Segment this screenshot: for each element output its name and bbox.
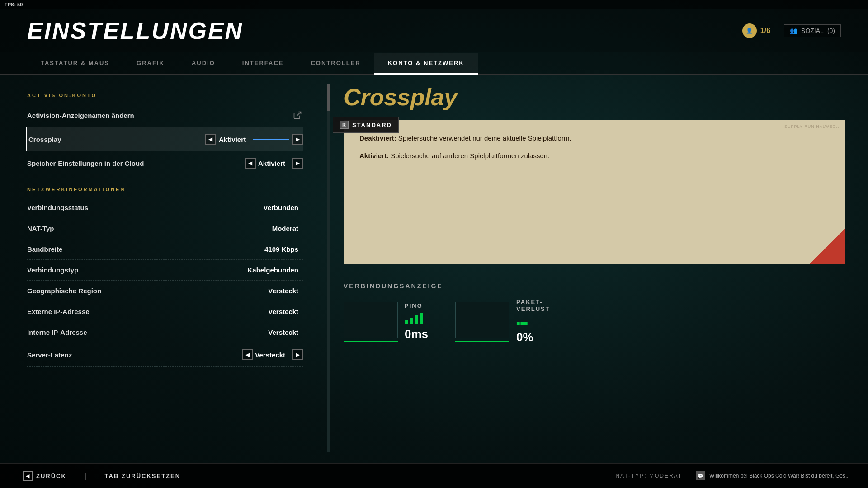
setting-row-bandbreite[interactable]: Bandbreite 4109 Kbps	[27, 239, 303, 260]
cloud-right-arrow[interactable]: ▶	[292, 158, 303, 169]
setting-label-server-latenz: Server-Latenz	[27, 351, 242, 359]
crossplay-left-arrow[interactable]: ◀	[205, 134, 216, 145]
setting-value-verbindungsstatus: Verbunden	[263, 204, 298, 211]
info-bold-deaktiviert: Deaktiviert:	[359, 134, 396, 142]
ping-info: PING 0ms	[405, 302, 428, 341]
ping-bar-1	[405, 320, 408, 324]
packet-info: PAKET-VERLUST ■■■ 0%	[516, 299, 550, 344]
cloud-arrow-controls: ◀ Aktiviert ▶	[245, 158, 303, 169]
setting-label-anzeigename: Activision-Anzeigenamen ändern	[27, 112, 292, 119]
news-ticker: 💬 Willkommen bei Black Ops Cold War! Bis…	[696, 471, 850, 480]
setting-value-verbindungstyp: Kabelgebunden	[247, 266, 298, 274]
tab-interface[interactable]: INTERFACE	[229, 53, 297, 75]
standard-label: STANDARD	[352, 122, 392, 128]
setting-row-verbindungsstatus[interactable]: Verbindungsstatus Verbunden	[27, 197, 303, 218]
top-bar: FPS: 59	[0, 0, 868, 9]
social-label: SOZIAL	[801, 27, 824, 34]
tab-controller[interactable]: CONTROLLER	[297, 53, 374, 75]
scrollbar-track[interactable]	[327, 84, 330, 452]
info-panel: SUPPLY RUN HALWEG... Deaktiviert: Spiele…	[344, 120, 845, 264]
setting-label-verbindungstyp: Verbindungstyp	[27, 266, 247, 274]
r-badge: R	[340, 121, 349, 129]
cloud-left-arrow[interactable]: ◀	[245, 158, 256, 169]
packet-value: 0%	[516, 330, 550, 344]
packet-label: PAKET-VERLUST	[516, 299, 550, 312]
info-bold-aktiviert: Aktiviert:	[359, 152, 389, 160]
connection-meters: PING 0ms	[344, 299, 845, 344]
player-count: 1/6	[760, 27, 770, 35]
player-info: 👤 1/6	[742, 23, 770, 38]
packet-grid	[455, 302, 509, 338]
ping-block: PING 0ms	[344, 299, 428, 344]
setting-value-interne-ip: Versteckt	[268, 328, 298, 336]
setting-row-interne-ip[interactable]: Interne IP-Adresse Versteckt	[27, 322, 303, 343]
main-content: ACTIVISION-KONTO Activision-Anzeigenamen…	[0, 75, 868, 461]
setting-row-anzeigename[interactable]: Activision-Anzeigenamen ändern	[27, 103, 303, 127]
back-icon: ◀	[23, 471, 33, 481]
social-people-icon: 👥	[790, 27, 797, 34]
crossplay-value: Aktiviert	[219, 136, 246, 143]
setting-row-cloud[interactable]: Speicher-Einstellungen in der Cloud ◀ Ak…	[27, 151, 303, 175]
ping-bottom-line	[344, 341, 398, 342]
bottom-right: NAT-TYP: MODERAT 💬 Willkommen bei Black …	[615, 471, 850, 480]
setting-label-cloud: Speicher-Einstellungen in der Cloud	[27, 160, 245, 167]
cloud-value: Aktiviert	[258, 160, 285, 167]
panel-watermark: SUPPLY RUN HALWEG...	[784, 124, 841, 129]
setting-row-verbindungstyp[interactable]: Verbindungstyp Kabelgebunden	[27, 260, 303, 281]
setting-value-externe-ip: Versteckt	[268, 308, 298, 315]
server-latenz-arrow-controls: ◀ Versteckt ▶	[242, 349, 303, 360]
packet-block: PAKET-VERLUST ■■■ 0%	[455, 299, 550, 344]
crossplay-value-container: ◀ Aktiviert ▶	[205, 134, 303, 145]
standard-tooltip: R STANDARD	[333, 117, 399, 133]
player-icon: 👤	[742, 23, 757, 38]
setting-row-externe-ip[interactable]: Externe IP-Adresse Versteckt	[27, 301, 303, 322]
news-text: Willkommen bei Black Ops Cold War! Bist …	[709, 473, 850, 479]
tab-audio[interactable]: AUDIO	[178, 53, 229, 75]
fps-counter: FPS: 59	[5, 2, 23, 7]
setting-row-geo-region[interactable]: Geographische Region Versteckt	[27, 281, 303, 301]
setting-value-bandbreite: 4109 Kbps	[264, 245, 298, 253]
setting-row-server-latenz[interactable]: Server-Latenz ◀ Versteckt ▶	[27, 343, 303, 367]
ping-label: PING	[405, 302, 428, 309]
setting-label-crossplay: Crossplay	[28, 136, 205, 143]
server-latenz-left-arrow[interactable]: ◀	[242, 349, 253, 360]
ping-bar-4	[420, 313, 423, 324]
server-latenz-right-arrow[interactable]: ▶	[292, 349, 303, 360]
tab-grafik[interactable]: GRAFIK	[123, 53, 178, 75]
external-link-icon	[292, 110, 303, 121]
ping-bars	[405, 313, 428, 324]
info-text-aktiviert: Aktiviert: Spielersuche auf anderen Spie…	[359, 151, 830, 161]
back-label: ZURÜCK	[36, 473, 66, 479]
setting-label-externe-ip: Externe IP-Adresse	[27, 308, 268, 315]
setting-label-bandbreite: Bandbreite	[27, 245, 264, 253]
section-header-netzwerk: NETZWERKINFORMATIONEN	[27, 187, 303, 192]
setting-row-nat[interactable]: NAT-Typ Moderat	[27, 218, 303, 239]
connection-title: VERBINDUNGSANZEIGE	[344, 282, 845, 290]
crossplay-right-arrow[interactable]: ▶	[292, 134, 303, 145]
tab-tastatur[interactable]: TASTATUR & MAUS	[27, 53, 123, 75]
packet-bars: ■■■	[516, 316, 550, 327]
back-button[interactable]: ◀ ZURÜCK	[18, 471, 71, 481]
crossplay-arrow-controls: ◀	[205, 134, 216, 145]
right-panel: Crossplay SUPPLY RUN HALWEG... Deaktivie…	[330, 75, 868, 461]
social-button[interactable]: 👥 SOZIAL (0)	[784, 24, 841, 37]
crossplay-bar	[253, 139, 289, 140]
setting-value-server-latenz: Versteckt	[255, 351, 285, 359]
scrollbar-thumb[interactable]	[327, 84, 330, 111]
connection-display: VERBINDUNGSANZEIGE	[344, 273, 845, 353]
bottom-bar: ◀ ZURÜCK | TAB ZURÜCKSETZEN NAT-TYP: MOD…	[0, 463, 868, 488]
setting-label-nat: NAT-Typ	[27, 225, 272, 232]
header-right: 👤 1/6 👥 SOZIAL (0)	[742, 23, 841, 38]
reset-label: TAB ZURÜCKSETZEN	[105, 473, 181, 479]
packet-bottom-line	[455, 341, 509, 342]
page-title: EINSTELLUNGEN	[27, 17, 243, 44]
setting-label-geo-region: Geographische Region	[27, 287, 268, 295]
setting-row-crossplay[interactable]: Crossplay ◀ Aktiviert ▶	[26, 127, 303, 151]
nat-status: NAT-TYP: MODERAT	[615, 473, 682, 479]
tab-konto[interactable]: KONTO & NETZWERK	[374, 53, 478, 75]
ping-bar-2	[410, 318, 413, 324]
reset-button[interactable]: TAB ZURÜCKSETZEN	[100, 473, 185, 479]
packet-indicator: ■■■	[516, 319, 528, 327]
bottom-separator: |	[85, 471, 87, 481]
setting-label-verbindungsstatus: Verbindungsstatus	[27, 204, 263, 211]
